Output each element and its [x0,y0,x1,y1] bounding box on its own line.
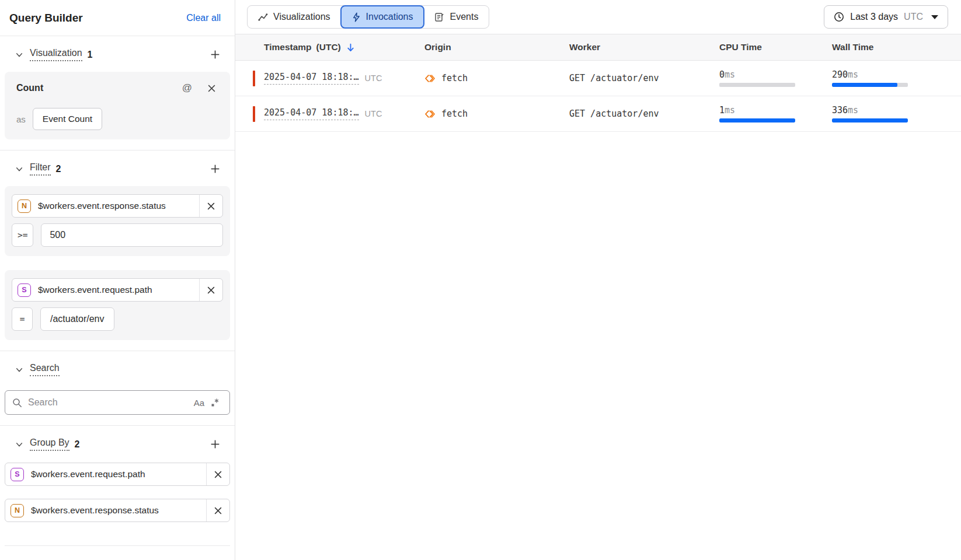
chevron-down-icon[interactable] [15,165,23,173]
search-icon [12,398,22,408]
tab-label: Events [450,12,478,22]
time-range-label: Last 3 days [850,12,898,22]
timestamp-link[interactable]: 2025-04-07 18:18:… [264,107,359,120]
filter-operator-select[interactable]: = [12,307,33,331]
alias-button[interactable]: Event Count [33,108,102,130]
remove-visualization-button[interactable] [204,84,220,93]
filter-value-select[interactable]: /actuator/env [40,307,114,331]
results-panel: Visualizations Invocations Events Last 3… [235,0,961,560]
tab-label: Invocations [366,12,413,22]
cpu-time-bar [719,83,795,87]
filter-value-input[interactable] [41,223,223,247]
document-icon [434,12,444,22]
table-header: Timestamp (UTC) Origin Worker CPU Time W… [235,34,961,61]
worker-value: GET /actuator/env [569,108,719,119]
origin-value: fetch [441,108,468,119]
match-case-toggle[interactable]: Aa [191,397,207,409]
filter-field-selector[interactable]: N $workers.event.response.status [12,194,223,218]
add-filter-button[interactable] [208,162,222,176]
lightning-icon [352,12,361,22]
fetch-origin-icon [424,73,436,84]
chart-line-icon [258,12,268,22]
remove-filter-button[interactable] [199,195,222,217]
chevron-down-icon[interactable] [15,51,23,59]
filter-section-label[interactable]: Filter [30,162,51,176]
column-header-worker[interactable]: Worker [569,42,719,52]
timestamp-timezone: UTC [365,109,382,118]
number-type-badge: N [18,200,31,213]
search-input[interactable] [28,397,191,408]
chevron-down-icon[interactable] [15,366,23,374]
query-builder-panel: Query Builder Clear all Visualization 1 … [0,0,235,560]
visualization-section-label[interactable]: Visualization [30,48,82,61]
origin-value: fetch [441,73,468,83]
string-type-badge: S [11,468,24,481]
filter-card: N $workers.event.response.status >= [5,186,230,256]
visualization-card: Count @ as Event Count [5,72,230,139]
fetch-origin-icon [424,108,436,120]
table-row[interactable]: 2025-04-07 18:18:… UTC fetch GET /actuat… [235,61,961,96]
group-by-field-selector[interactable]: N $workers.event.response.status [5,499,230,522]
chevron-down-icon[interactable] [15,440,23,449]
cpu-time-bar [719,118,795,123]
timestamp-timezone: UTC [365,74,382,83]
search-box: Aa [5,390,230,415]
results-toolbar: Visualizations Invocations Events Last 3… [235,0,961,34]
cpu-time-cell: 1ms [719,105,832,123]
filter-operator-select[interactable]: >= [12,223,33,247]
timestamp-link[interactable]: 2025-04-07 18:18:… [264,72,359,85]
clear-all-button[interactable]: Clear all [186,13,221,23]
wall-time-bar [832,118,908,123]
visualization-section: Visualization 1 Count @ as Event Count [0,36,235,150]
search-section: Search Aa [0,351,235,426]
tab-label: Visualizations [273,12,330,22]
cpu-time-cell: 0ms [719,69,832,87]
group-by-section-label[interactable]: Group By [30,438,69,451]
table-row[interactable]: 2025-04-07 18:18:… UTC fetch GET /actuat… [235,96,961,132]
remove-filter-button[interactable] [199,279,222,301]
column-header-origin[interactable]: Origin [424,42,569,52]
as-label: as [16,114,26,124]
worker-value: GET /actuator/env [569,73,719,83]
group-by-count: 2 [75,439,80,450]
column-header-timestamp[interactable]: Timestamp (UTC) [253,42,424,52]
time-range-timezone: UTC [904,12,923,22]
view-tabs: Visualizations Invocations Events [247,5,489,29]
time-range-dropdown[interactable]: Last 3 days UTC [824,5,948,29]
column-header-wall-time[interactable]: Wall Time [832,42,961,52]
add-group-by-button[interactable] [208,438,222,451]
group-by-field-name: $workers.event.response.status [31,505,206,516]
at-icon[interactable]: @ [179,82,196,94]
wall-time-bar [832,83,908,87]
error-indicator [253,106,255,122]
remove-group-by-button[interactable] [206,499,229,522]
divider [5,545,230,546]
filter-count: 2 [56,164,61,174]
error-indicator [253,71,255,86]
filter-field-name: $workers.event.response.status [38,201,199,211]
search-section-label[interactable]: Search [30,363,60,376]
group-by-section: Group By 2 S $workers.event.request.path… [0,426,235,556]
sort-desc-icon[interactable] [346,43,356,52]
number-type-badge: N [11,504,24,517]
remove-group-by-button[interactable] [206,463,229,485]
metric-name: Count [16,83,43,93]
filter-section: Filter 2 N $workers.event.response.statu… [0,150,235,351]
string-type-badge: S [18,284,31,297]
column-header-cpu-time[interactable]: CPU Time [719,42,832,52]
group-by-field-name: $workers.event.request.path [31,469,206,480]
tab-events[interactable]: Events [424,6,489,28]
tab-invocations[interactable]: Invocations [340,5,425,29]
wall-time-cell: 290ms [832,69,961,87]
wall-time-cell: 336ms [832,105,961,123]
add-visualization-button[interactable] [208,48,222,61]
query-builder-header: Query Builder Clear all [0,0,235,36]
caret-down-icon [931,15,938,19]
filter-field-selector[interactable]: S $workers.event.request.path [12,278,223,302]
regex-toggle-icon[interactable] [207,397,222,408]
tab-visualizations[interactable]: Visualizations [248,6,341,28]
clock-icon [834,12,844,22]
panel-title: Query Builder [9,12,83,24]
group-by-field-selector[interactable]: S $workers.event.request.path [5,463,230,486]
filter-field-name: $workers.event.request.path [38,285,199,295]
